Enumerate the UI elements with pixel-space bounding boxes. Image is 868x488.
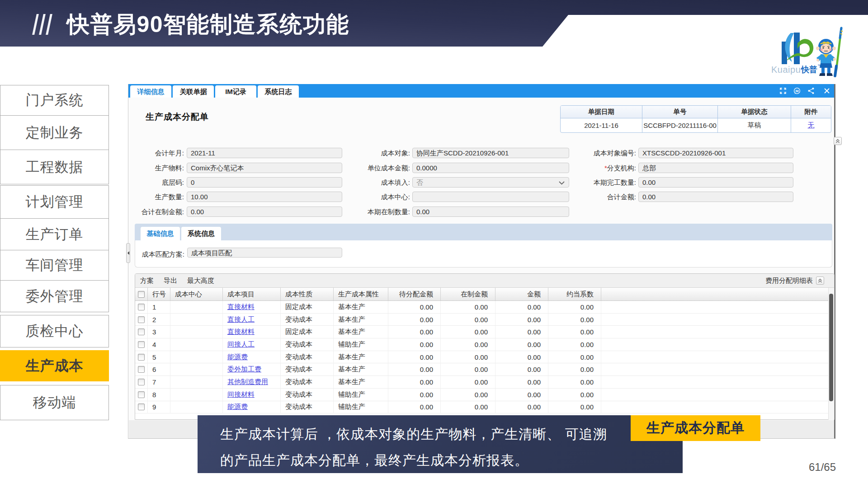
page-number: 61/65 xyxy=(791,461,836,474)
sidebar-item-4[interactable]: 计划管理 xyxy=(0,185,109,219)
form-input-r3c2[interactable]: 否 xyxy=(412,177,569,188)
form-input-r2c3[interactable]: 总部 xyxy=(638,163,793,173)
erp-window: 详细信息关联单据IM记录系统日志 IM 生产成本分配单 单据日期 单号 单据状态… xyxy=(128,84,835,439)
cell-amount: 0.00 xyxy=(495,326,548,338)
row-checkbox[interactable] xyxy=(138,341,145,348)
window-tab-4[interactable]: 系统日志 xyxy=(258,85,299,98)
row-checkbox[interactable] xyxy=(138,328,145,335)
cell-amount: 0.00 xyxy=(495,376,548,388)
row-checkbox[interactable] xyxy=(138,404,145,410)
form-input-r4c3[interactable]: 0.00 xyxy=(638,192,793,202)
sidebar-item-9[interactable]: 生产成本 xyxy=(0,350,109,381)
window-tab-3[interactable]: IM记录 xyxy=(215,85,256,98)
cell-row-number: 6 xyxy=(148,363,170,375)
close-icon[interactable] xyxy=(823,87,830,94)
cell-coefficient: 0.00 xyxy=(548,351,601,363)
grid-row-8: 8间接材料变动成本辅助生产0.000.000.000.00 xyxy=(135,389,834,401)
match-plan-input[interactable]: 成本项目匹配 xyxy=(187,248,342,258)
sidebar-item-10[interactable]: 移动端 xyxy=(0,385,109,420)
panel-collapse-handle[interactable] xyxy=(126,243,130,263)
row-checkbox[interactable] xyxy=(138,316,145,323)
form-label-r3c1: 底层码: xyxy=(128,177,184,188)
form-input-r5c2[interactable]: 0.00 xyxy=(412,206,569,217)
sidebar-item-3[interactable]: 工程数据 xyxy=(0,150,109,184)
cost-item-link[interactable]: 其他制造费用 xyxy=(227,378,268,386)
cost-item-link[interactable]: 能源费 xyxy=(227,353,248,361)
fullscreen-icon[interactable] xyxy=(779,87,787,94)
attachment-link[interactable]: 无 xyxy=(808,121,815,130)
sidebar-item-2[interactable]: 定制业务 xyxy=(0,115,109,150)
grid-header-amt: 金额 xyxy=(495,288,548,300)
doc-status: 草稿 xyxy=(717,118,791,132)
collapse-grid-button[interactable] xyxy=(816,277,824,285)
grid-header-nature: 成本性质 xyxy=(281,288,334,300)
row-checkbox[interactable] xyxy=(138,391,145,398)
row-checkbox-cell xyxy=(135,338,148,351)
form-input-r1c3[interactable]: XTSCSCDD-20210926-001 xyxy=(638,148,793,158)
sidebar-item-6[interactable]: 车间管理 xyxy=(0,250,109,281)
sidebar-item-5[interactable]: 生产订单 xyxy=(0,218,109,250)
grid-scrollbar-thumb[interactable] xyxy=(829,294,833,401)
sidebar-item-1[interactable]: 门户系统 xyxy=(0,85,109,116)
toolbar-plan-button[interactable]: 方案 xyxy=(140,277,154,285)
row-checkbox-cell xyxy=(135,351,148,363)
cost-item-link[interactable]: 直接材料 xyxy=(227,328,255,336)
toolbar-maxheight-button[interactable]: 最大高度 xyxy=(187,277,214,285)
sub-tab-2[interactable]: 系统信息 xyxy=(181,227,221,240)
cell-cost-center xyxy=(170,363,223,375)
form-label-r4c1: 生产数量: xyxy=(128,192,184,202)
form-label-r5c2: 本期在制数量: xyxy=(354,206,410,217)
cell-pending-amount: 0.00 xyxy=(388,376,441,388)
cell-cost-item: 间接材料 xyxy=(223,389,281,401)
form-input-r2c1[interactable]: Comix齐心笔记本 xyxy=(187,163,342,173)
sub-tab-1[interactable]: 基础信息 xyxy=(141,227,180,240)
caption-text-line1: 生产成本计算后 ，依成本对象的生产物料，产生清晰、 可追溯 xyxy=(220,425,607,444)
cell-amount: 0.00 xyxy=(495,401,548,413)
subtab-strip: 基础信息系统信息 xyxy=(135,224,832,240)
cell-row-number: 9 xyxy=(148,401,170,413)
cell-cost-nature: 变动成本 xyxy=(281,376,334,388)
sidebar-item-8[interactable]: 质检中心 xyxy=(0,315,109,347)
im-icon[interactable]: IM xyxy=(793,87,801,94)
form-input-r5c1[interactable]: 0.00 xyxy=(187,206,342,217)
grid-header-wip: 在制金额 xyxy=(441,288,495,300)
cost-item-link[interactable]: 间接材料 xyxy=(227,390,255,399)
grid-header-filler xyxy=(601,288,834,300)
form-input-r3c3[interactable]: 0.00 xyxy=(638,177,793,188)
cell-cost-item: 直接材料 xyxy=(223,301,281,313)
row-checkbox[interactable] xyxy=(138,379,145,385)
share-icon[interactable] xyxy=(807,87,815,94)
cell-cost-center xyxy=(170,401,223,413)
form-input-r4c1[interactable]: 10.00 xyxy=(187,192,342,202)
collapse-header-button[interactable] xyxy=(834,137,842,145)
cell-cost-center xyxy=(170,326,223,338)
doc-info-header-date: 单据日期 xyxy=(561,106,642,118)
cost-item-link[interactable]: 委外加工费 xyxy=(227,365,261,374)
cell-production-attr: 基本生产 xyxy=(334,314,388,326)
form-input-r3c1[interactable]: 0 xyxy=(187,177,342,188)
row-checkbox-cell xyxy=(135,401,148,413)
row-checkbox[interactable] xyxy=(138,366,145,373)
cost-item-link[interactable]: 直接人工 xyxy=(227,315,255,324)
cell-pending-amount: 0.00 xyxy=(388,314,441,326)
form-input-r4c2[interactable] xyxy=(412,192,569,202)
row-checkbox[interactable] xyxy=(138,354,145,361)
toolbar-export-button[interactable]: 导出 xyxy=(164,277,177,285)
row-checkbox[interactable] xyxy=(138,304,145,310)
caption-tag: 生产成本分配单 xyxy=(631,415,760,441)
window-tab-2[interactable]: 关联单据 xyxy=(173,85,214,98)
form-input-r2c2[interactable]: 0.0000 xyxy=(412,163,569,173)
detail-grid: 方案 导出 最大高度 费用分配明细表 行号成本中心成本项目成本性质生产成本属性待… xyxy=(135,273,835,420)
cell-pending-amount: 0.00 xyxy=(388,363,441,375)
cell-cost-nature: 变动成本 xyxy=(281,338,334,351)
form-input-r1c1[interactable]: 2021-11 xyxy=(187,148,342,158)
sidebar-item-7[interactable]: 委外管理 xyxy=(0,280,109,312)
cell-production-attr: 基本生产 xyxy=(334,301,388,313)
cell-cost-item: 直接人工 xyxy=(223,314,281,326)
select-all-checkbox[interactable] xyxy=(138,291,145,298)
cost-item-link[interactable]: 能源费 xyxy=(227,403,248,411)
cost-item-link[interactable]: 间接人工 xyxy=(227,340,255,349)
form-input-r1c2[interactable]: 协同生产SCDD-20210926-001 xyxy=(412,148,569,158)
window-tab-1[interactable]: 详细信息 xyxy=(130,85,171,98)
cost-item-link[interactable]: 直接材料 xyxy=(227,303,255,311)
